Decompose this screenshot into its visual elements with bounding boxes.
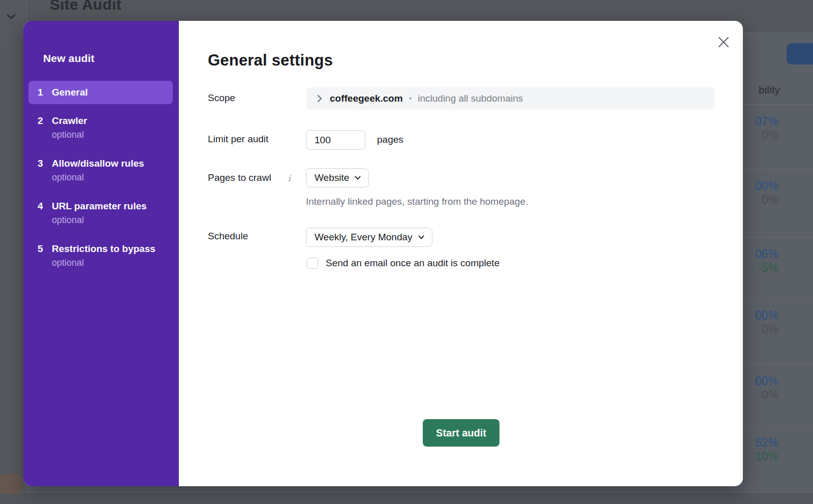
chevron-down-icon — [418, 234, 425, 241]
start-audit-button[interactable]: Start audit — [423, 419, 499, 447]
email-checkbox-label: Send an email once an audit is complete — [326, 258, 499, 269]
divider — [743, 105, 813, 105]
pages-to-crawl-helper: Internally linked pages, starting from t… — [306, 196, 528, 207]
email-checkbox-row[interactable]: Send an email once an audit is complete — [307, 258, 499, 269]
step-label: Allow/disallow rules — [52, 158, 166, 170]
general-settings-panel: General settings Scope coffeegeek.com • … — [179, 21, 743, 486]
background-footer-band — [0, 492, 813, 504]
step-number: 1 — [38, 86, 52, 99]
step-label: URL parameter rules — [52, 200, 166, 212]
step-optional-tag: optional — [52, 128, 166, 141]
divider — [743, 169, 813, 170]
background-page-title: Site Audit — [50, 0, 121, 13]
step-number: 2 — [38, 115, 52, 127]
bullet-separator: • — [409, 94, 412, 103]
scope-label: Scope — [208, 92, 235, 104]
chevron-right-icon — [316, 94, 324, 103]
step-optional-tag: optional — [52, 256, 166, 269]
schedule-label: Schedule — [208, 231, 248, 242]
divider — [743, 237, 813, 238]
divider — [743, 426, 813, 426]
background-primary-button-fragment — [787, 43, 813, 65]
wizard-step-allow-disallow-rules[interactable]: 3 Allow/disallow rules optional — [28, 152, 173, 190]
background-chip-fragment — [0, 474, 22, 494]
wizard-step-general[interactable]: 1 General — [28, 81, 173, 104]
scope-value-box[interactable]: coffeegeek.com • including all subdomain… — [306, 87, 715, 110]
limit-unit-label: pages — [377, 134, 403, 145]
chevron-down-icon — [354, 174, 361, 181]
step-number: 4 — [38, 200, 52, 212]
step-optional-tag: optional — [52, 213, 166, 227]
info-icon[interactable]: i — [286, 173, 293, 182]
pages-to-crawl-value: Website — [315, 172, 349, 183]
limit-label: Limit per audit — [208, 134, 268, 145]
background-column-header-partial: bility — [743, 84, 813, 96]
divider — [743, 364, 813, 365]
scope-subdomains-note: including all subdomains — [418, 93, 523, 104]
divider — [743, 299, 813, 299]
email-checkbox[interactable] — [307, 258, 318, 269]
step-optional-tag: optional — [52, 171, 166, 184]
step-number: 3 — [38, 158, 52, 170]
step-label: General — [52, 86, 166, 99]
new-audit-settings-modal: New audit 1 General 2 Crawler optional 3… — [23, 21, 743, 486]
wizard-step-restrictions-to-bypass[interactable]: 5 Restrictions to bypass optional — [28, 237, 173, 275]
wizard-title: New audit — [43, 52, 95, 65]
scope-domain: coffeegeek.com — [330, 93, 403, 104]
wizard-steps: 1 General 2 Crawler optional 3 Allow/dis… — [28, 81, 173, 280]
chevron-down-icon[interactable] — [4, 10, 18, 22]
page-title: General settings — [208, 51, 333, 70]
step-label: Restrictions to bypass — [52, 243, 166, 255]
step-label: Crawler — [52, 115, 166, 127]
schedule-value: Weekly, Every Monday — [315, 232, 413, 243]
close-icon[interactable] — [715, 34, 732, 50]
step-number: 5 — [38, 243, 52, 255]
schedule-dropdown[interactable]: Weekly, Every Monday — [306, 228, 432, 247]
pages-to-crawl-label: Pages to crawl — [208, 172, 271, 183]
wizard-step-crawler[interactable]: 2 Crawler optional — [28, 109, 173, 147]
limit-input[interactable] — [306, 130, 365, 150]
wizard-sidebar: New audit 1 General 2 Crawler optional 3… — [23, 21, 179, 486]
pages-to-crawl-dropdown[interactable]: Website — [306, 168, 369, 187]
wizard-step-url-parameter-rules[interactable]: 4 URL parameter rules optional — [28, 195, 173, 232]
